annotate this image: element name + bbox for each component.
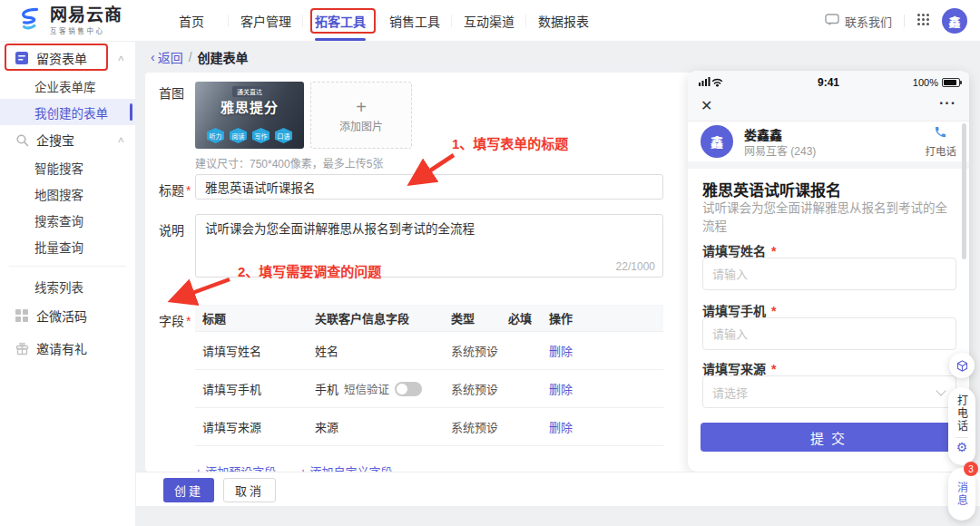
sidebar-divider <box>9 266 126 267</box>
logo-icon <box>16 5 44 36</box>
page-title: 创建表单 <box>198 48 249 66</box>
cover-image-thumbnail[interactable]: 通关直达 雅思提分 听力 阅读 写作 口语 <box>195 82 304 149</box>
table-row: 请填写来源 来源 系统预设 删除 <box>195 408 663 446</box>
plus-icon: + <box>356 98 367 116</box>
top-header: 网易云商 互客销售中心 首页 客户管理 拓客工具 销售工具 互动渠道 数据报表 … <box>0 0 980 42</box>
sidebar-item-wecom-qr[interactable]: 企微活码 <box>0 299 135 332</box>
add-image-button[interactable]: + 添加图片 <box>310 82 412 149</box>
sidebar-item-enterprise-form-library[interactable]: 企业表单库 <box>0 73 135 99</box>
main-nav: 首页 客户管理 拓客工具 销售工具 互动渠道 数据报表 <box>154 0 601 42</box>
agent-name: 娄鑫鑫 <box>744 125 782 143</box>
chevron-up-icon: ∧ <box>117 135 125 144</box>
preview-source-select[interactable]: 请选择 <box>702 375 956 408</box>
table-row: 请填写姓名 姓名 系统预设 删除 <box>195 332 663 370</box>
submit-button[interactable]: 提 交 <box>701 423 956 452</box>
gear-icon[interactable]: ⚙ <box>956 441 968 453</box>
annotation-step1: 1、填写表单的标题 <box>452 133 568 152</box>
more-options-icon[interactable]: ··· <box>939 95 956 112</box>
preview-field-label: 请填写手机 * <box>702 301 776 319</box>
phone-nav-bar: ✕ ··· <box>688 94 969 122</box>
sidebar-item-batch-query[interactable]: 批量查询 <box>0 233 135 259</box>
nav-item-reports[interactable]: 数据报表 <box>526 0 601 42</box>
agent-avatar: 鑫 <box>701 125 733 158</box>
nav-item-customers[interactable]: 客户管理 <box>229 0 303 42</box>
agent-org: 网易互客 (243) <box>744 142 816 158</box>
header-divider <box>904 15 905 27</box>
sidebar-group-qisoubao[interactable]: 企搜宝 ∧ <box>0 125 135 154</box>
preview-field-label: 请填写来源 * <box>702 359 776 377</box>
chat-bubble-icon <box>825 14 839 29</box>
chevron-down-icon <box>936 385 946 395</box>
mobile-preview-panel: 9:41 100% ✕ ··· 鑫 娄鑫鑫 网易互客 (243) 打电话 雅思英… <box>688 71 969 472</box>
app-logo: 网易云商 互客销售中心 <box>16 5 122 36</box>
cover-size-hint: 建议尺寸：750*400像素，最多上传5张 <box>195 155 383 170</box>
form-title-input[interactable] <box>195 174 663 200</box>
form-icon <box>15 51 29 65</box>
thumb-tag: 通关直达 <box>232 86 267 97</box>
table-header-row: 标题 关联客户信息字段 类型 必填 操作 <box>195 305 663 332</box>
footer-action-bar: 创建 取消 <box>136 472 980 506</box>
pill-divider <box>956 437 968 438</box>
sidebar-item-leads-list[interactable]: 线索列表 <box>0 273 135 299</box>
gift-icon <box>15 341 29 356</box>
table-row: 请填写手机 手机 短信验证 系统预设 删除 <box>195 370 663 408</box>
annotation-step2: 2、填写需要调查的问题 <box>238 261 381 280</box>
battery-percent: 100% <box>913 77 938 88</box>
thumb-badges: 听力 阅读 写作 口语 <box>195 128 304 143</box>
preview-phone-input[interactable] <box>702 317 956 350</box>
back-arrow-icon: ‹ <box>151 50 155 64</box>
sidebar-item-my-created-forms[interactable]: 我创建的表单 <box>0 99 135 125</box>
left-sidebar: 留资表单 ∧ 企业表单库 我创建的表单 企搜宝 ∧ 智能搜客 地图搜客 搜索查询… <box>0 42 136 526</box>
sidebar-item-map-search[interactable]: 地图搜客 <box>0 180 135 207</box>
battery-icon <box>942 78 960 87</box>
delete-row-button[interactable]: 删除 <box>549 380 663 397</box>
contact-us-button[interactable]: 联系我们 <box>825 13 892 30</box>
sidebar-item-smart-search[interactable]: 智能搜客 <box>0 154 135 180</box>
back-button[interactable]: ‹ 返回 <box>151 48 183 66</box>
chevron-up-icon: ∧ <box>117 54 125 63</box>
section-divider <box>688 161 969 169</box>
char-counter: 22/1000 <box>616 260 655 273</box>
unread-badge: 3 <box>964 462 978 476</box>
sms-verify-label: 短信验证 <box>344 380 389 397</box>
search-box-icon <box>15 132 29 147</box>
description-label: 说明 <box>159 220 184 239</box>
call-widget[interactable]: 打电话 ⚙ <box>948 387 975 465</box>
fields-table: 标题 关联客户信息字段 类型 必填 操作 请填写姓名 姓名 系统预设 删除 请填… <box>195 305 663 446</box>
create-button[interactable]: 创建 <box>163 478 214 502</box>
preview-field-label: 请填写姓名 * <box>702 241 776 259</box>
nav-item-channels[interactable]: 互动渠道 <box>452 0 526 42</box>
add-preset-field-link[interactable]: + 添加预设字段 <box>195 463 276 472</box>
delete-row-button[interactable]: 删除 <box>549 418 663 435</box>
phone-icon <box>934 125 947 139</box>
preview-name-input[interactable] <box>702 258 956 290</box>
sidebar-item-search-query[interactable]: 搜索查询 <box>0 207 135 233</box>
agent-profile-card: 鑫 娄鑫鑫 网易互客 (243) 打电话 <box>688 122 969 161</box>
nav-item-home[interactable]: 首页 <box>154 0 229 42</box>
preview-scrollbar[interactable] <box>962 123 966 259</box>
close-icon[interactable]: ✕ <box>701 97 712 114</box>
breadcrumb-separator: / <box>189 50 192 64</box>
cube-icon <box>956 359 969 373</box>
call-button[interactable]: 打电话 <box>926 125 957 158</box>
logo-subtitle: 互客销售中心 <box>50 25 122 35</box>
add-custom-field-link[interactable]: + 添加自定义字段 <box>299 463 392 472</box>
phone-status-bar: 9:41 100% <box>688 71 969 94</box>
sms-verify-toggle[interactable] <box>395 382 422 396</box>
qr-grid-icon <box>15 308 29 323</box>
preview-form-title: 雅思英语试听课报名 <box>702 178 841 200</box>
mini-program-button[interactable] <box>949 353 975 378</box>
cancel-button[interactable]: 取消 <box>223 478 276 502</box>
thumb-title: 雅思提分 <box>195 97 304 116</box>
sidebar-group-lead-forms[interactable]: 留资表单 ∧ <box>0 44 135 73</box>
apps-grid-icon[interactable] <box>916 13 930 30</box>
title-label: 标题* <box>159 180 191 199</box>
delete-row-button[interactable]: 删除 <box>549 342 663 359</box>
user-avatar[interactable]: 鑫 <box>942 8 967 34</box>
nav-item-sales-tools[interactable]: 销售工具 <box>377 0 452 42</box>
sidebar-item-invite-rewards[interactable]: 邀请有礼 <box>0 332 135 365</box>
add-field-links: + 添加预设字段 + 添加自定义字段 <box>195 463 392 472</box>
cover-image-label: 首图 <box>159 83 184 102</box>
breadcrumb: ‹ 返回 / 创建表单 <box>151 48 249 66</box>
nav-item-acquisition-tools[interactable]: 拓客工具 <box>303 0 377 42</box>
